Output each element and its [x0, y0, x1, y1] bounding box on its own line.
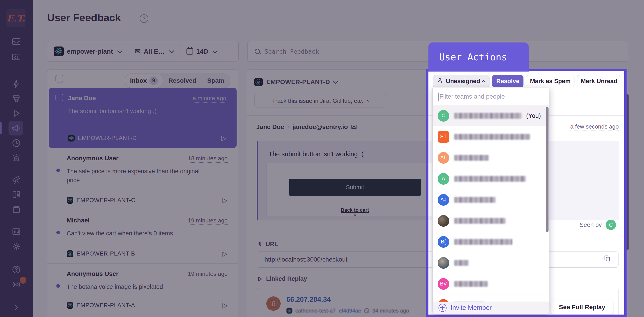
redacted-user-name	[454, 239, 512, 245]
tour-step-title: User Actions	[439, 52, 507, 62]
dropdown-scrollbar[interactable]	[546, 107, 548, 232]
assignee-option[interactable]: A	[433, 168, 549, 189]
redacted-user-name	[454, 113, 521, 119]
user-initials-avatar: A	[438, 173, 449, 185]
dim-overlay	[624, 71, 644, 314]
assignee-option[interactable]: BV	[433, 274, 549, 294]
assignee-option[interactable]: B(	[433, 232, 549, 252]
assignee-dropdown-menu: Filter teams and people C(You)STALAAJB(B…	[432, 88, 550, 314]
assignee-option[interactable]	[433, 210, 549, 232]
assignee-option[interactable]: C(You)	[433, 105, 549, 126]
assignee-option[interactable]: ST	[433, 126, 549, 147]
assignee-option[interactable]	[433, 252, 549, 274]
redacted-user-name	[454, 218, 506, 224]
invite-member-button[interactable]: Invite Member	[433, 302, 549, 314]
user-initials-avatar: AL	[438, 152, 449, 164]
user-initials-avatar: C	[438, 110, 449, 122]
assignee-option[interactable]: AJ	[433, 189, 549, 210]
user-photo-avatar	[438, 215, 449, 227]
assignee-you-suffix: (You)	[526, 112, 541, 120]
user-photo-avatar	[438, 257, 449, 269]
assignee-filter-input[interactable]: Filter teams and people	[433, 88, 549, 105]
invite-member-label: Invite Member	[450, 304, 492, 312]
user-initials-avatar: BV	[438, 278, 449, 290]
redacted-user-name	[454, 155, 489, 161]
dim-overlay	[0, 71, 428, 314]
user-initials-avatar: B(	[438, 236, 449, 248]
user-initials-avatar: ST	[438, 131, 449, 143]
dim-overlay	[0, 0, 644, 71]
redacted-user-name	[454, 134, 530, 140]
redacted-user-name	[454, 260, 469, 266]
app-window: E.T. User Feedback ? empower-plant ✉ All…	[0, 0, 644, 317]
assignee-filter-placeholder: Filter teams and people	[440, 93, 505, 100]
redacted-user-name	[454, 176, 526, 182]
assignee-options: C(You)STALAAJB(BVBT	[433, 105, 549, 314]
redacted-user-name	[454, 281, 488, 287]
text-cursor	[438, 92, 438, 100]
tour-step-label: User Actions	[428, 42, 528, 72]
plus-circle-icon	[438, 304, 446, 312]
user-initials-avatar: AJ	[438, 194, 449, 206]
redacted-user-name	[454, 197, 496, 203]
assignee-option[interactable]: AL	[433, 147, 549, 168]
